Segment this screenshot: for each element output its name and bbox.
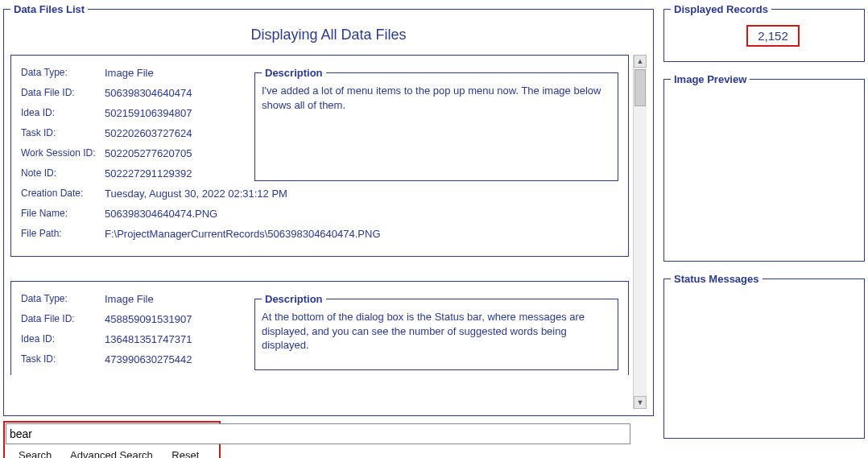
value-idea-id: 136481351747371 xyxy=(105,333,246,345)
description-text: At the bottom of the dialog box is the S… xyxy=(262,310,611,353)
label-creation-date: Creation Date: xyxy=(21,188,105,200)
label-idea-id: Idea ID: xyxy=(21,107,105,119)
label-data-type: Data Type: xyxy=(21,67,105,79)
value-creation-date: Tuesday, August 30, 2022 02:31:12 PM xyxy=(105,188,618,200)
description-legend: Description xyxy=(262,293,326,305)
record-card: Data Type:Image File Data File ID:506398… xyxy=(10,55,629,257)
search-links: Search Advanced Search Reset xyxy=(6,449,217,458)
status-messages-legend: Status Messages xyxy=(671,273,763,285)
search-input[interactable] xyxy=(6,423,630,444)
data-files-list-panel: Data Files List Displaying All Data File… xyxy=(3,3,654,416)
value-file-name: 506398304640474.PNG xyxy=(105,208,618,220)
value-note-id: 502227291129392 xyxy=(105,167,246,179)
value-data-file-id: 458859091531907 xyxy=(105,313,246,325)
description-box: Description At the bottom of the dialog … xyxy=(254,293,618,370)
label-file-path: File Path: xyxy=(21,228,105,240)
status-messages-panel: Status Messages xyxy=(663,273,865,439)
search-link[interactable]: Search xyxy=(19,449,52,458)
scroll-thumb[interactable] xyxy=(634,69,646,106)
scroll-up-arrow-icon[interactable]: ▲ xyxy=(634,55,647,68)
label-file-name: File Name: xyxy=(21,208,105,220)
record-card: Data Type:Image File Data File ID:458859… xyxy=(10,281,629,375)
label-idea-id: Idea ID: xyxy=(21,333,105,345)
description-box: Description I've added a lot of menu ite… xyxy=(254,67,618,181)
advanced-search-link[interactable]: Advanced Search xyxy=(70,449,153,458)
displayed-records-panel: Displayed Records 2,152 xyxy=(663,3,865,62)
value-file-path: F:\ProjectManagerCurrentRecords\50639830… xyxy=(105,228,618,240)
scroll-down-arrow-icon[interactable]: ▼ xyxy=(634,396,647,409)
records-scroll-area: Data Type:Image File Data File ID:506398… xyxy=(10,55,647,409)
value-data-type: Image File xyxy=(105,67,246,79)
label-data-type: Data Type: xyxy=(21,293,105,305)
value-idea-id: 502159106394807 xyxy=(105,107,246,119)
value-data-type: Image File xyxy=(105,293,246,305)
label-data-file-id: Data File ID: xyxy=(21,313,105,325)
displayed-records-legend: Displayed Records xyxy=(671,3,771,15)
image-preview-legend: Image Preview xyxy=(671,73,750,85)
displayed-records-value: 2,152 xyxy=(746,25,800,47)
label-task-id: Task ID: xyxy=(21,353,105,365)
image-preview-panel: Image Preview xyxy=(663,73,865,262)
value-task-id: 502202603727624 xyxy=(105,127,246,139)
page-title: Displaying All Data Files xyxy=(10,27,647,43)
description-legend: Description xyxy=(262,67,326,79)
value-data-file-id: 506398304640474 xyxy=(105,87,246,99)
search-highlight-box: Search Advanced Search Reset xyxy=(3,421,221,458)
description-text: I've added a lot of menu items to the po… xyxy=(262,84,611,112)
data-files-list-legend: Data Files List xyxy=(10,3,88,15)
label-data-file-id: Data File ID: xyxy=(21,87,105,99)
label-work-session-id: Work Session ID: xyxy=(21,147,105,159)
reset-link[interactable]: Reset xyxy=(172,449,199,458)
search-area: Search Advanced Search Reset xyxy=(3,421,654,458)
vertical-scrollbar[interactable]: ▲ ▼ xyxy=(633,55,647,409)
label-task-id: Task ID: xyxy=(21,127,105,139)
label-note-id: Note ID: xyxy=(21,167,105,179)
value-work-session-id: 502205277620705 xyxy=(105,147,246,159)
value-task-id: 473990630275442 xyxy=(105,353,246,365)
